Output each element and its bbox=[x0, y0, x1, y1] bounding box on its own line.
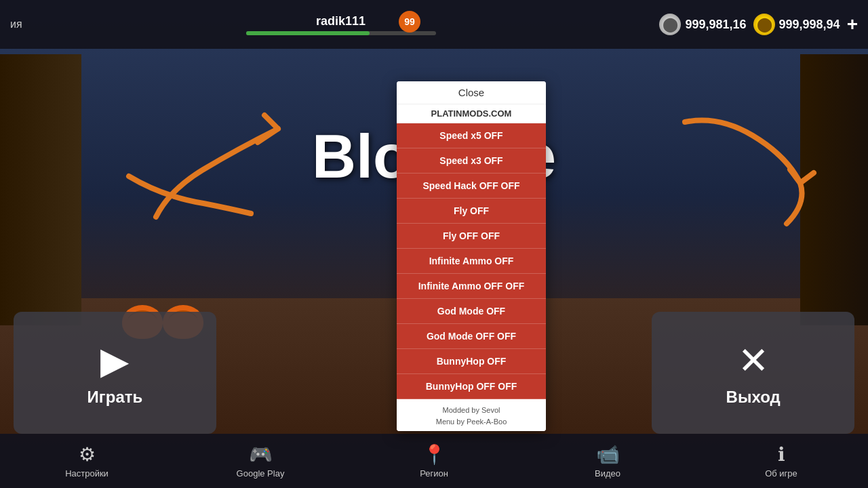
add-currency-button[interactable]: + bbox=[847, 14, 858, 35]
mod-item-8[interactable]: God Mode OFF OFF bbox=[397, 324, 546, 349]
mod-item-2[interactable]: Speed Hack OFF OFF bbox=[397, 174, 546, 199]
settings-label: Настройки bbox=[65, 468, 108, 479]
currency-silver: ⬤ 999,981,16 bbox=[659, 14, 746, 35]
nav-video[interactable]: 📹 Видео bbox=[521, 434, 694, 488]
silver-coin-icon: ⬤ bbox=[659, 14, 681, 35]
gold-coin-icon: ⬤ bbox=[753, 14, 775, 35]
quit-card[interactable]: ✕ Выход bbox=[652, 312, 854, 434]
nav-region[interactable]: 📍 Регион bbox=[347, 434, 521, 488]
mod-item-7[interactable]: God Mode OFF bbox=[397, 299, 546, 324]
mod-close-button[interactable]: Close bbox=[397, 81, 546, 104]
mod-item-3[interactable]: Fly OFF bbox=[397, 199, 546, 224]
bottom-nav: ⚙ Настройки 🎮 Google Play 📍 Регион 📹 Вид… bbox=[0, 434, 868, 488]
mod-item-5[interactable]: Infinite Ammo OFF bbox=[397, 249, 546, 274]
silver-amount: 999,981,16 bbox=[685, 18, 746, 32]
header-center: radik111 bbox=[36, 14, 646, 35]
mod-item-10[interactable]: BunnyHop OFF OFF bbox=[397, 374, 546, 399]
currency-gold: ⬤ 999,998,94 bbox=[753, 14, 840, 35]
region-label: Регион bbox=[420, 468, 448, 479]
about-icon: ℹ bbox=[778, 443, 785, 466]
video-icon: 📹 bbox=[596, 443, 620, 466]
mod-item-6[interactable]: Infinite Ammo OFF OFF bbox=[397, 274, 546, 299]
username: radik111 bbox=[316, 14, 366, 28]
about-label: Об игре bbox=[765, 468, 797, 479]
mod-menu-header: PLATINMODS.COM bbox=[397, 104, 546, 123]
header: ия radik111 99 ⬤ 999,981,16 ⬤ 999,998,94… bbox=[0, 0, 868, 49]
mod-item-4[interactable]: Fly OFF OFF bbox=[397, 224, 546, 249]
header-left-text: ия bbox=[10, 18, 22, 30]
mod-item-0[interactable]: Speed x5 OFF bbox=[397, 123, 546, 148]
mod-menu: Close PLATINMODS.COM Speed x5 OFF Speed … bbox=[397, 81, 546, 431]
xp-fill bbox=[246, 31, 370, 35]
mod-footer-line1: Modded by Sevol bbox=[399, 405, 543, 416]
mod-footer-line2: Menu by Peek-A-Boo bbox=[399, 416, 543, 428]
mod-item-9[interactable]: BunnyHop OFF bbox=[397, 349, 546, 374]
settings-icon: ⚙ bbox=[79, 443, 96, 466]
header-right: ⬤ 999,981,16 ⬤ 999,998,94 + bbox=[659, 14, 858, 35]
google-play-icon: 🎮 bbox=[249, 443, 273, 466]
wall-left bbox=[0, 54, 81, 325]
quit-icon: ✕ bbox=[738, 339, 769, 382]
quit-label: Выход bbox=[726, 388, 781, 407]
google-play-label: Google Play bbox=[237, 468, 285, 479]
wall-right bbox=[800, 54, 868, 325]
gold-amount: 999,998,94 bbox=[779, 18, 840, 32]
play-card[interactable]: ▶ Играть bbox=[14, 312, 216, 434]
mod-menu-footer: Modded by Sevol Menu by Peek-A-Boo bbox=[397, 399, 546, 431]
mod-item-1[interactable]: Speed x3 OFF bbox=[397, 148, 546, 174]
level-badge: 99 bbox=[399, 11, 420, 33]
region-icon: 📍 bbox=[422, 443, 446, 466]
nav-settings[interactable]: ⚙ Настройки bbox=[0, 434, 174, 488]
nav-google-play[interactable]: 🎮 Google Play bbox=[174, 434, 347, 488]
nav-about[interactable]: ℹ Об игре bbox=[694, 434, 868, 488]
play-icon: ▶ bbox=[100, 339, 129, 382]
video-label: Видео bbox=[595, 468, 620, 479]
play-label: Играть bbox=[87, 388, 142, 407]
